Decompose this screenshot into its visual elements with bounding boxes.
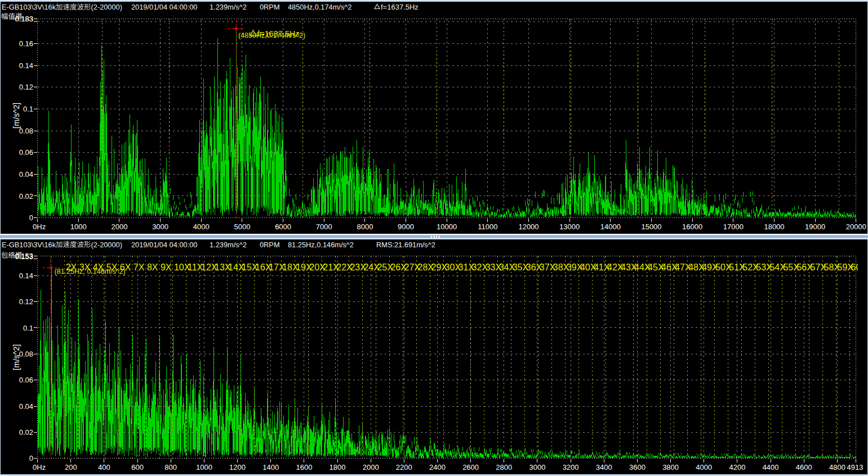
svg-text:0.02: 0.02 <box>19 428 33 437</box>
svg-text:0.1: 0.1 <box>23 105 33 113</box>
svg-text:[m/s^2]: [m/s^2] <box>12 103 21 128</box>
svg-text:7X: 7X <box>133 263 145 272</box>
svg-text:3000: 3000 <box>152 223 168 231</box>
svg-text:8000: 8000 <box>357 223 373 231</box>
svg-text:800: 800 <box>164 463 177 471</box>
svg-text:16000: 16000 <box>682 223 702 231</box>
svg-text:20000: 20000 <box>846 223 866 231</box>
svg-text:5000: 5000 <box>234 223 250 231</box>
svg-text:2000: 2000 <box>111 223 127 231</box>
svg-text:1000: 1000 <box>196 463 212 471</box>
svg-text:0.14: 0.14 <box>19 272 33 280</box>
svg-text:11000: 11000 <box>478 223 497 231</box>
svg-text:0.183: 0.183 <box>15 15 33 23</box>
svg-text:2600: 2600 <box>462 463 479 471</box>
svg-text:2019/01/04 04:00:00: 2019/01/04 04:00:00 <box>131 3 197 11</box>
svg-text:600: 600 <box>131 463 144 471</box>
svg-text:E-GB103\3V\16k: E-GB103\3V\16k <box>2 3 56 11</box>
svg-text:4800: 4800 <box>829 463 845 471</box>
svg-text:0.1: 0.1 <box>23 324 33 332</box>
svg-text:0.02: 0.02 <box>19 192 33 201</box>
svg-text:14000: 14000 <box>600 223 621 231</box>
svg-text:4000: 4000 <box>193 223 210 231</box>
svg-text:(2-20000): (2-20000) <box>91 241 123 249</box>
svg-text:7000: 7000 <box>316 223 332 231</box>
svg-text:19000: 19000 <box>805 223 825 231</box>
svg-text:0RPM: 0RPM <box>260 241 280 249</box>
svg-text:0.12: 0.12 <box>19 83 33 91</box>
svg-text:8X: 8X <box>147 263 158 272</box>
svg-text:0.06: 0.06 <box>19 376 33 384</box>
svg-text:1.239m/s^2: 1.239m/s^2 <box>210 3 247 11</box>
svg-text:4913: 4913 <box>847 463 863 471</box>
svg-text:2019/01/04 04:00:00: 2019/01/04 04:00:00 <box>131 241 197 249</box>
svg-text:3800: 3800 <box>662 463 679 471</box>
svg-text:0.04: 0.04 <box>19 170 33 179</box>
svg-text:3600: 3600 <box>629 463 646 471</box>
svg-text:1400: 1400 <box>262 463 279 471</box>
svg-text:9X: 9X <box>161 263 172 272</box>
svg-text:81.25Hz,0.146m/s^2: 81.25Hz,0.146m/s^2 <box>288 241 354 249</box>
svg-text:0: 0 <box>29 454 33 462</box>
svg-text:1000: 1000 <box>70 223 87 231</box>
svg-text:(2-20000): (2-20000) <box>91 3 123 11</box>
svg-text:4000: 4000 <box>696 463 712 471</box>
svg-text:0.04: 0.04 <box>19 402 33 411</box>
svg-text:2200: 2200 <box>396 463 412 471</box>
svg-text:0Hz: 0Hz <box>33 223 46 231</box>
svg-text:f=1637.5Hz: f=1637.5Hz <box>257 29 300 38</box>
svg-text:0.08: 0.08 <box>19 127 33 135</box>
svg-text:17000: 17000 <box>723 223 744 231</box>
svg-text:1800: 1800 <box>330 463 346 471</box>
svg-text:12000: 12000 <box>518 223 538 231</box>
svg-text:200: 200 <box>65 463 77 471</box>
svg-text:0.06: 0.06 <box>19 148 33 157</box>
svg-text:9000: 9000 <box>398 223 414 231</box>
svg-text:13000: 13000 <box>559 223 580 231</box>
svg-text:0.08: 0.08 <box>19 350 33 358</box>
svg-text:0.153: 0.153 <box>15 252 33 261</box>
svg-text:4400: 4400 <box>763 463 779 471</box>
svg-text:3400: 3400 <box>596 463 612 471</box>
svg-text:2000: 2000 <box>363 463 379 471</box>
svg-text:0.12: 0.12 <box>19 297 33 306</box>
svg-text:4850Hz,0.174m/s^2: 4850Hz,0.174m/s^2 <box>288 3 351 11</box>
svg-text:60X: 60X <box>851 263 867 272</box>
svg-text:1.239m/s^2: 1.239m/s^2 <box>210 241 247 249</box>
svg-text:2800: 2800 <box>496 463 512 471</box>
svg-text:2400: 2400 <box>429 463 446 471</box>
svg-text:0.16: 0.16 <box>19 39 33 48</box>
svg-text:0RPM: 0RPM <box>260 3 280 11</box>
svg-text:3000: 3000 <box>529 463 546 471</box>
svg-text:15000: 15000 <box>641 223 661 231</box>
svg-text:0: 0 <box>29 213 33 222</box>
svg-text:[m/s^2]: [m/s^2] <box>12 344 21 370</box>
svg-text:3200: 3200 <box>563 463 579 471</box>
svg-text:18000: 18000 <box>764 223 784 231</box>
svg-text:0Hz: 0Hz <box>33 463 46 471</box>
svg-text:E-GB103\3V\16k: E-GB103\3V\16k <box>2 241 56 249</box>
svg-text:4600: 4600 <box>796 463 812 471</box>
svg-text:1600: 1600 <box>296 463 312 471</box>
svg-text:0.14: 0.14 <box>19 61 33 70</box>
svg-text:10000: 10000 <box>437 223 457 231</box>
svg-text:4200: 4200 <box>729 463 745 471</box>
svg-text:1200: 1200 <box>229 463 246 471</box>
svg-text:RMS:21.691m/s^2: RMS:21.691m/s^2 <box>376 241 435 249</box>
svg-text:f=1637.5Hz: f=1637.5Hz <box>381 3 419 11</box>
svg-text:(81.25Hz, 0.146m/s^2): (81.25Hz, 0.146m/s^2) <box>55 268 126 275</box>
svg-text:400: 400 <box>98 463 110 471</box>
svg-text:6000: 6000 <box>275 223 291 231</box>
